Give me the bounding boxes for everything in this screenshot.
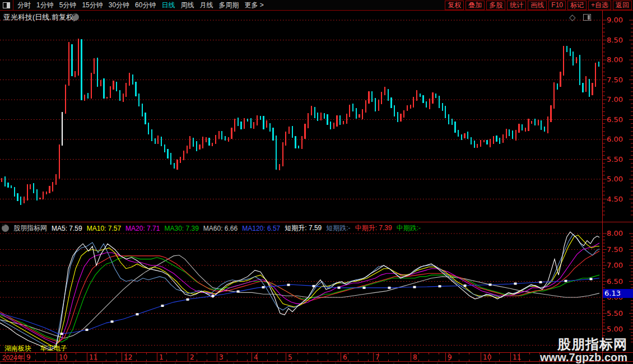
action-button-F10[interactable]: F10 [548, 1, 566, 10]
ma120-marker [539, 281, 542, 283]
price-label: 6.00 [607, 135, 632, 143]
diamond-marker-icon[interactable]: ◇ [569, 13, 576, 21]
minor-tick [459, 360, 459, 361]
menu-item-日线[interactable]: 日线 [161, 1, 175, 10]
minor-tick [378, 353, 379, 354]
indicator-header-item: 短期跌:- [326, 223, 350, 233]
indicator-line-close_lightblue [0, 234, 599, 348]
action-button-自选[interactable]: +自选 [588, 1, 611, 10]
minor-tick [207, 353, 207, 354]
minor-tick [197, 360, 197, 361]
indicator-line-mid_up_red [0, 251, 599, 342]
minor-tick [469, 360, 469, 361]
menu-item-1分钟[interactable]: 1分钟 [36, 1, 54, 10]
indicator-axis-label: 5.00 [607, 325, 632, 333]
minor-tick [368, 360, 369, 361]
minor-tick [116, 353, 117, 354]
month-separator [341, 353, 341, 361]
menu-item-30分钟[interactable]: 30分钟 [109, 1, 129, 10]
action-button-统计[interactable]: 统计 [507, 1, 526, 10]
minor-tick [338, 360, 338, 361]
split-window-icon[interactable] [583, 14, 591, 21]
minor-tick [116, 360, 117, 361]
minor-tick [76, 353, 76, 354]
menu-item-5分钟[interactable]: 5分钟 [59, 1, 77, 10]
price-label: 5.50 [607, 155, 632, 164]
sector-tag-军工电子[interactable]: 军工电子 [40, 344, 67, 353]
minor-tick [429, 353, 429, 354]
ma120-marker [111, 320, 114, 323]
trading-app-window: 分时1分钟5分钟15分钟30分钟60分钟日线周线月线多周期更多 > 复权叠加多股… [0, 0, 633, 364]
menu-item-月线[interactable]: 月线 [199, 1, 213, 10]
minor-tick [529, 353, 530, 354]
minor-tick [106, 353, 106, 354]
ma120-marker [136, 313, 139, 315]
menu-item-15分钟[interactable]: 15分钟 [82, 1, 103, 10]
minor-tick [398, 353, 399, 354]
menu-item-周线[interactable]: 周线 [180, 1, 194, 10]
minor-tick [318, 353, 318, 354]
minor-tick [237, 353, 238, 354]
chevron-down-icon[interactable] [72, 13, 79, 21]
watermark-brand: 股朋指标网 [540, 337, 627, 351]
minor-tick [499, 353, 500, 354]
period-menu: 分时1分钟5分钟15分钟30分钟60分钟日线周线月线多周期更多 > [17, 1, 269, 10]
ma120-marker [262, 286, 265, 288]
minor-tick [96, 360, 96, 361]
action-button-叠加[interactable]: 叠加 [466, 1, 485, 10]
minor-tick [418, 360, 419, 361]
minor-tick [328, 353, 328, 354]
minor-tick [297, 353, 298, 354]
minor-tick [489, 360, 490, 361]
indicator-header-item: MA5: 7.59 [52, 225, 82, 232]
indicator-name: 股朋指标网 [13, 223, 47, 233]
window-layout-icon[interactable] [3, 2, 10, 8]
minor-tick [499, 360, 500, 361]
action-button-画线[interactable]: 画线 [528, 1, 547, 10]
action-button-复权[interactable]: 复权 [445, 1, 464, 10]
menu-item-更多[interactable]: 更多 > [244, 1, 263, 10]
minor-tick [247, 360, 248, 361]
menu-item-60分钟[interactable]: 60分钟 [135, 1, 156, 10]
sector-tag-湖南板块[interactable]: 湖南板块 [4, 344, 31, 353]
action-button-标记[interactable]: 标记 [567, 1, 587, 10]
minor-tick [227, 360, 227, 361]
minor-tick [489, 353, 490, 354]
chart-title: 亚光科技(日线.前复权) [3, 12, 76, 22]
minor-tick [257, 353, 258, 354]
indicator-header-item: MA30: 7.39 [164, 225, 198, 232]
minor-tick [5, 360, 6, 361]
price-label: 7.50 [607, 76, 632, 84]
main-candlestick-panel[interactable]: 亚光科技(日线.前复权) ◇ 9.008.508.007.507.006.506… [0, 11, 633, 222]
month-label: 12 [124, 353, 132, 361]
ma120-marker [439, 285, 441, 287]
indicator-canvas[interactable] [0, 222, 633, 352]
ma120-marker [489, 283, 492, 286]
indicator-header-item: 中期升: 7.39 [355, 223, 392, 233]
action-button-返回[interactable]: 返回 [613, 1, 632, 10]
indicator-axis-label: 7.50 [607, 245, 632, 254]
minor-tick [45, 360, 46, 361]
month-label: 7 [375, 353, 380, 361]
ma120-marker [287, 284, 290, 286]
minor-tick [136, 360, 137, 361]
menu-item-分时[interactable]: 分时 [17, 1, 31, 10]
price-label: 5.00 [607, 175, 632, 183]
price-label: 9.00 [607, 16, 632, 24]
minor-tick [176, 360, 177, 361]
indicator-header-item: 中期跌:- [397, 223, 421, 233]
chevron-down-icon[interactable] [2, 225, 9, 232]
minor-tick [126, 360, 127, 361]
minor-tick [358, 360, 359, 361]
indicator-axis-label: 8.00 [607, 229, 632, 237]
toolbar-actions: 复权叠加多股统计画线F10标记+自选返回 [445, 1, 633, 10]
action-button-多股[interactable]: 多股 [486, 1, 505, 10]
candlestick-canvas[interactable] [0, 11, 633, 222]
price-label: 6.50 [607, 115, 632, 124]
price-label: 4.50 [607, 195, 632, 203]
ma120-marker [514, 283, 517, 285]
minor-tick [267, 360, 268, 361]
price-label: 7.00 [607, 95, 632, 104]
menu-item-多周期[interactable]: 多周期 [218, 1, 239, 10]
indicator-panel[interactable]: 股朋指标网MA5: 7.59MA10: 7.57MA20: 7.71MA30: … [0, 222, 633, 352]
